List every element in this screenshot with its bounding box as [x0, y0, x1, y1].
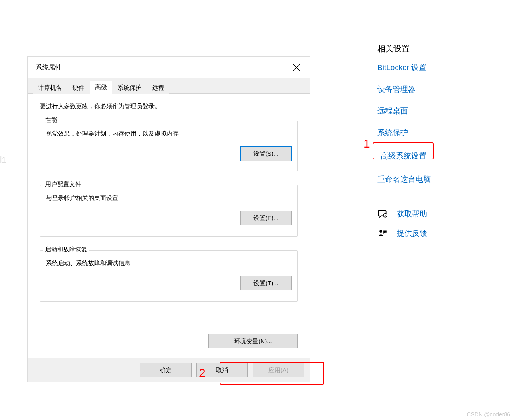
related-settings-panel: 相关设置 BitLocker 设置 设备管理器 远程桌面 系统保护 高级系统设置… — [377, 43, 490, 247]
cancel-button[interactable]: 取消 — [196, 363, 248, 377]
apply-letter: A — [282, 366, 286, 373]
tab-hardware[interactable]: 硬件 — [67, 81, 90, 94]
tab-system-protection[interactable]: 系统保护 — [112, 81, 147, 94]
apply-suffix: ) — [286, 366, 288, 373]
group-performance: 性能 视觉效果，处理器计划，内存使用，以及虚拟内存 设置(S)... — [40, 121, 298, 171]
user-profiles-settings-button[interactable]: 设置(E)... — [240, 211, 292, 225]
annotation-number-1: 1 — [363, 137, 370, 150]
tab-computer-name[interactable]: 计算机名 — [33, 81, 67, 94]
environment-variables-button[interactable]: 环境变量(N)... — [208, 334, 298, 348]
group-user-profiles-desc: 与登录帐户相关的桌面设置 — [46, 194, 292, 202]
get-help-row[interactable]: ? 获取帮助 — [377, 209, 490, 219]
ok-button[interactable]: 确定 — [140, 363, 192, 377]
close-button[interactable] — [289, 60, 304, 75]
link-system-protection[interactable]: 系统保护 — [377, 128, 490, 138]
get-help-label: 获取帮助 — [397, 209, 427, 219]
tab-remote[interactable]: 远程 — [147, 81, 169, 94]
performance-settings-button[interactable]: 设置(S)... — [240, 146, 292, 161]
dialog-footer: 确定 取消 应用(A) — [28, 358, 310, 382]
link-rename-pc[interactable]: 重命名这台电脑 — [377, 174, 490, 185]
environment-variables-row: 环境变量(N)... — [208, 334, 298, 348]
env-btn-suffix: )... — [265, 338, 272, 344]
group-user-profiles: 用户配置文件 与登录帐户相关的桌面设置 设置(E)... — [40, 185, 298, 237]
group-performance-legend: 性能 — [43, 116, 59, 124]
svg-point-2 — [379, 230, 382, 233]
give-feedback-label: 提供反馈 — [397, 228, 427, 239]
apply-prefix: 应用( — [268, 366, 282, 373]
watermark: CSDN @coder86 — [467, 411, 510, 418]
related-settings-title: 相关设置 — [377, 43, 490, 54]
give-feedback-row[interactable]: 提供反馈 — [377, 228, 490, 239]
tab-body-advanced: 要进行大多数更改，你必须作为管理员登录。 性能 视觉效果，处理器计划，内存使用，… — [28, 94, 310, 358]
tab-advanced[interactable]: 高级 — [90, 81, 112, 94]
chat-help-icon: ? — [377, 209, 388, 219]
group-performance-desc: 视觉效果，处理器计划，内存使用，以及虚拟内存 — [46, 130, 292, 138]
env-btn-letter: N — [260, 338, 265, 344]
link-remote-desktop[interactable]: 远程桌面 — [377, 106, 490, 116]
link-advanced-system-settings[interactable]: 高级系统设置 — [377, 149, 490, 163]
group-startup-legend: 启动和故障恢复 — [43, 246, 89, 253]
titlebar: 系统属性 — [28, 57, 310, 78]
group-startup-desc: 系统启动、系统故障和调试信息 — [46, 259, 292, 267]
feedback-icon — [377, 228, 388, 239]
left-watermark-fragment: l1 — [0, 155, 6, 165]
svg-text:?: ? — [385, 214, 386, 217]
dialog-title: 系统属性 — [36, 64, 62, 72]
admin-note: 要进行大多数更改，你必须作为管理员登录。 — [40, 103, 298, 110]
group-user-profiles-legend: 用户配置文件 — [43, 181, 83, 188]
system-properties-dialog: 系统属性 计算机名 硬件 高级 系统保护 远程 要进行大多数更改，你必须作为管理… — [27, 56, 310, 382]
tab-strip: 计算机名 硬件 高级 系统保护 远程 — [28, 78, 310, 94]
apply-button: 应用(A) — [253, 363, 304, 377]
env-btn-prefix: 环境变量( — [234, 338, 260, 344]
link-device-manager[interactable]: 设备管理器 — [377, 84, 490, 95]
group-startup-recovery: 启动和故障恢复 系统启动、系统故障和调试信息 设置(T)... — [40, 250, 298, 302]
link-bitlocker[interactable]: BitLocker 设置 — [377, 62, 490, 73]
close-icon — [293, 64, 300, 71]
startup-settings-button[interactable]: 设置(T)... — [240, 276, 292, 290]
